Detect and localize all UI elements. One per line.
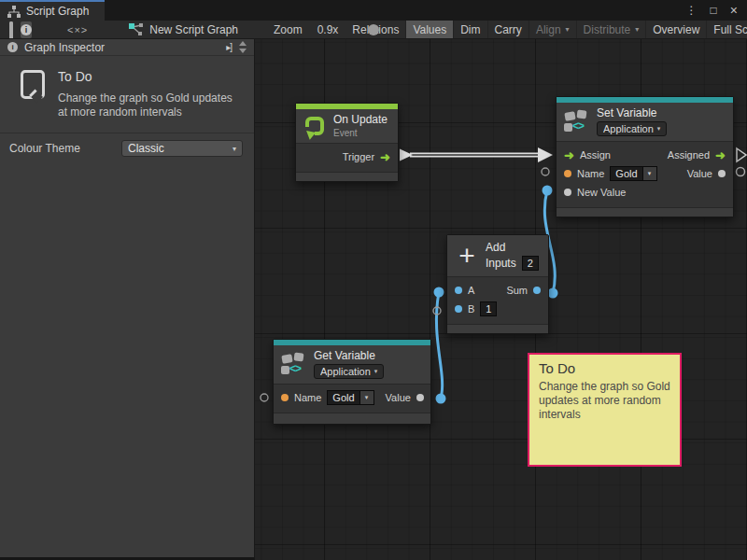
node-on-update[interactable]: On Update Event Trigger ➜ [295, 103, 399, 182]
value-port-icon[interactable] [564, 189, 571, 196]
inputs-count-field[interactable]: 2 [522, 256, 539, 271]
port-label-trigger: Trigger [343, 151, 374, 162]
chevron-down-icon[interactable]: ▾ [643, 166, 657, 181]
toolbar-button-overview[interactable]: Overview [646, 21, 707, 39]
update-loop-icon [305, 117, 324, 135]
chevron-down-icon[interactable]: ▾ [360, 390, 374, 405]
wire-end-bubble [543, 186, 553, 196]
port-row-name-value: Name Gold ▾ Value [274, 388, 430, 407]
variable-name-dropdown[interactable]: Gold ▾ [327, 390, 374, 405]
node-set-variable[interactable]: <> Set Variable Application ▾ ➜ Assign A… [556, 96, 734, 217]
toolbar-button-align[interactable]: Align ▾ [529, 21, 577, 39]
sticky-note-body: Change the graph so Gold updates at more… [539, 380, 670, 422]
port-row-new-value: New Value [557, 183, 733, 202]
lock-shackle [9, 21, 13, 39]
port-label-assigned: Assigned [668, 149, 710, 161]
flow-output-port-icon[interactable]: ➜ [715, 149, 726, 161]
node-body: Name Gold ▾ Value [274, 385, 430, 413]
note-title: To Do [58, 69, 245, 84]
scope-value: Application [320, 366, 371, 377]
string-port-icon[interactable] [281, 394, 289, 401]
chevron-down-icon: ▾ [233, 145, 236, 153]
variable-scope-dropdown[interactable]: Application ▾ [314, 364, 384, 379]
flow-output-port-icon[interactable]: ➜ [380, 151, 390, 163]
window-menu-icon[interactable]: ⋮ [686, 5, 698, 16]
port-stub-get-name[interactable] [261, 394, 268, 401]
maximize-icon[interactable]: □ [711, 5, 717, 16]
node-body: Trigger ➜ [296, 144, 398, 172]
node-title: Add [486, 241, 539, 254]
port-label-assign: Assign [580, 149, 611, 161]
value-port-icon[interactable] [718, 170, 726, 177]
variable-name-dropdown[interactable]: Gold ▾ [610, 166, 656, 181]
variable-name-value: Gold [610, 166, 642, 181]
string-port-icon[interactable] [564, 170, 571, 177]
colour-theme-select[interactable]: Classic ▾ [121, 140, 243, 157]
node-body: ➜ Assign Assigned ➜ Name Gold ▾ Value [557, 142, 733, 207]
flow-input-port-icon[interactable]: ➜ [564, 149, 574, 161]
node-title: On Update [333, 113, 388, 126]
toolbar-button-distribute[interactable]: Distribute ▾ [577, 21, 647, 39]
titlebar: Script Graph ⋮ □ × [0, 0, 747, 21]
port-stub-set-name[interactable] [542, 168, 549, 175]
exec-wire-start-arrow [400, 149, 413, 161]
button-label: Full Screen [713, 23, 747, 36]
code-brackets-icon: <> [572, 119, 584, 133]
scroll-down-icon[interactable] [239, 49, 247, 53]
code-preview-icon[interactable]: <×> [67, 24, 88, 35]
b-value-field[interactable]: 1 [480, 301, 497, 316]
port-row-trigger: Trigger ➜ [296, 147, 398, 166]
graph-inspector-title: Graph Inspector [24, 41, 105, 54]
variable-scope-dropdown[interactable]: Application ▾ [597, 121, 667, 136]
port-stub-flow-right[interactable] [737, 148, 746, 161]
zoom-slider-handle[interactable] [368, 24, 379, 35]
node-header: <> Set Variable Application ▾ [557, 103, 733, 142]
node-add[interactable]: + Add Inputs 2 A Sum [446, 234, 549, 334]
sticky-note[interactable]: To Do Change the graph so Gold updates a… [528, 353, 682, 467]
toolbar-button-full-screen[interactable]: Full Screen [707, 21, 747, 39]
port-stub-value-right[interactable] [737, 168, 745, 176]
node-footer [557, 207, 733, 217]
node-header: + Add Inputs 2 [447, 235, 548, 277]
info-icon: i [21, 24, 32, 35]
unity-script-graph-window: Script Graph ⋮ □ × i <×> New Script Grap… [0, 0, 747, 560]
toolbar-button-values[interactable]: Values [406, 21, 454, 39]
port-label-a: A [468, 285, 474, 296]
variable-icon: <> [281, 352, 306, 376]
info-icon: i [7, 42, 18, 52]
toolbar-button-dim[interactable]: Dim [454, 21, 487, 39]
zoom-value: 0.9x [317, 23, 339, 36]
chevron-down-icon: ▾ [635, 25, 639, 34]
node-title: Get Variable [314, 349, 384, 362]
wire-end-bubble [548, 288, 558, 299]
wire-end-bubble [436, 394, 446, 404]
graph-inspector-panel: i Graph Inspector ▸] To Do Change the gr… [0, 39, 255, 560]
code-brackets-icon: <> [289, 362, 301, 375]
number-port-icon[interactable] [455, 287, 462, 294]
button-label: Align [536, 23, 561, 36]
variable-icon: <> [564, 109, 589, 133]
close-icon[interactable]: × [730, 4, 738, 17]
lock-icon[interactable] [9, 23, 13, 35]
plus-icon: + [456, 245, 478, 267]
graph-canvas[interactable]: On Update Event Trigger ➜ <> [255, 39, 747, 560]
tab-script-graph[interactable]: Script Graph [0, 0, 105, 21]
scroll-up-icon[interactable] [239, 41, 247, 46]
panel-scroll-arrows[interactable] [235, 41, 250, 53]
node-get-variable[interactable]: <> Get Variable Application ▾ Name Gold [273, 339, 431, 425]
value-port-icon[interactable] [416, 394, 424, 401]
graph-toolbar: i <×> New Script Graph Zoom 0.9x Relatio… [0, 21, 747, 39]
number-port-icon[interactable] [455, 305, 462, 313]
dock-panel-icon[interactable]: ▸] [222, 42, 235, 52]
port-label-b: B [468, 303, 474, 315]
number-port-icon[interactable] [533, 287, 541, 294]
tab-label: Script Graph [26, 5, 89, 18]
port-label-value: Value [687, 168, 712, 179]
sticky-note-title: To Do [539, 360, 670, 376]
toolbar-button-carry[interactable]: Carry [488, 21, 529, 39]
port-label-value: Value [386, 392, 411, 403]
node-title: Set Variable [597, 106, 667, 119]
new-script-graph-button[interactable]: New Script Graph [129, 23, 238, 36]
button-label: Carry [495, 23, 522, 36]
inspector-toggle-button[interactable]: i [21, 21, 32, 38]
